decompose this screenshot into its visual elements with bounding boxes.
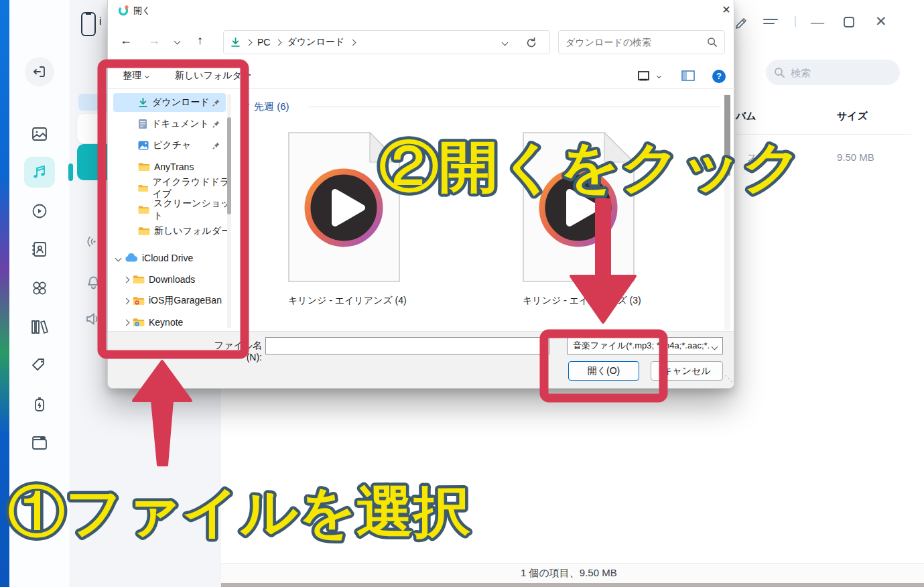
active-tab-indicator (68, 164, 73, 181)
filename-input[interactable] (265, 337, 549, 354)
sidebar-item-music[interactable] (24, 157, 55, 188)
new-folder-label: 新しいフォルダー (175, 70, 251, 82)
cancel-button[interactable]: キャンセル (651, 361, 723, 381)
minimize-button[interactable]: — (811, 15, 824, 30)
tree-item-pictures[interactable]: ピクチャ (113, 136, 235, 155)
breadcrumb-downloads[interactable]: ダウンロード (287, 36, 344, 48)
tree-label: Keynote (149, 317, 183, 328)
refresh-icon[interactable] (525, 37, 537, 49)
preview-pane-icon[interactable] (681, 70, 695, 81)
tree-item-garageband[interactable]: iOS用GarageBan (113, 291, 235, 310)
sidebar-item-contacts[interactable] (30, 240, 49, 259)
downloads-location-icon (230, 38, 241, 48)
table-divider (736, 134, 911, 135)
view-dropdown-chevron[interactable] (657, 74, 661, 78)
folder-icon (138, 205, 149, 214)
app-search-input[interactable] (791, 67, 884, 78)
search-icon (707, 37, 718, 48)
dialog-search[interactable] (558, 30, 725, 54)
open-file-dialog: 開く ✕ ← → ↑ PC ダウンロード 整理 新しいフォルダー (107, 0, 734, 389)
tree-label: アイクラウドドライブ (153, 176, 235, 200)
crumb-sep-icon (246, 39, 253, 46)
files-scrollbar-thumb[interactable] (724, 95, 730, 176)
app-search[interactable] (766, 60, 900, 85)
search-icon (774, 67, 785, 78)
tree-item-downloads-en[interactable]: Downloads (113, 270, 235, 289)
tag-icon (30, 356, 49, 375)
file-tile-1[interactable] (288, 132, 400, 282)
pin-icon (212, 99, 220, 107)
sidebar-item-battery[interactable] (30, 395, 49, 415)
disconnect-device-button[interactable] (25, 57, 54, 86)
dialog-app-icon (118, 5, 129, 16)
chevron-down-icon (712, 344, 718, 350)
sidebar-item-tags[interactable] (30, 356, 49, 375)
app-close-button[interactable]: ✕ (875, 13, 887, 29)
pin-icon (212, 120, 220, 129)
group-collapse-chevron[interactable] (243, 101, 250, 108)
window-bottom-edge (221, 583, 924, 587)
folder-badge-icon (133, 296, 145, 306)
sidebar-item-files[interactable] (30, 434, 49, 452)
group-divider (309, 107, 721, 107)
maximize-button[interactable] (843, 16, 855, 28)
file-name-2[interactable]: キリンジ - エイリアンズ (3) (523, 295, 635, 307)
resize-grip[interactable]: ⋱ (724, 373, 733, 383)
chevron-right-icon[interactable] (123, 276, 130, 283)
help-button[interactable]: ? (712, 70, 726, 83)
chevron-down-icon[interactable] (115, 255, 122, 261)
filename-label: ファイル名(N): (208, 340, 262, 363)
tree-item-new-folder[interactable]: 新しいフォルダー (113, 222, 235, 241)
file-name-1[interactable]: キリンジ - エイリアンズ (4) (288, 295, 400, 307)
document-icon (138, 119, 147, 129)
dialog-close-button[interactable]: ✕ (718, 1, 735, 19)
tree-item-icloud-drive-jp[interactable]: アイクラウドドライブ (113, 179, 235, 198)
back-button[interactable]: ← (120, 34, 132, 48)
organize-button[interactable]: 整理 (123, 70, 149, 82)
sidebar-item-library[interactable] (29, 318, 50, 336)
tree-item-downloads[interactable]: ダウンロード (113, 93, 226, 112)
group-header[interactable]: 先週 (6) (254, 101, 289, 113)
device-name-fragment: i (99, 15, 102, 27)
tree-label: AnyTrans (154, 161, 194, 172)
dialog-nav: ← → ↑ PC ダウンロード (108, 29, 735, 55)
breadcrumb-pc[interactable]: PC (257, 37, 270, 48)
tree-item-keynote[interactable]: Keynote (113, 313, 235, 332)
column-header-album[interactable]: バム (736, 110, 756, 123)
desktop-wallpaper-strip (0, 0, 9, 587)
chevron-right-icon[interactable] (123, 298, 130, 304)
tree-item-anytrans[interactable]: AnyTrans (113, 157, 235, 176)
audio-file-icon (523, 132, 635, 282)
new-folder-button[interactable]: 新しいフォルダー (175, 70, 251, 82)
dialog-footer: ファイル名(N): 音楽ファイル(*.mp3; *.m4a;*.aac;*. 開… (108, 331, 734, 388)
tree-item-documents[interactable]: ドキュメント (113, 115, 235, 133)
chevron-right-icon[interactable] (123, 319, 130, 326)
breadcrumb[interactable]: PC ダウンロード (223, 30, 550, 54)
sidebar-item-videos[interactable] (30, 202, 49, 220)
sidebar-item-photos[interactable] (30, 125, 49, 143)
filetype-select[interactable]: 音楽ファイル(*.mp3; *.m4a;*.aac;*. (567, 337, 723, 354)
tree-label: iCloud Drive (142, 253, 193, 263)
photos-icon (30, 125, 49, 143)
tree-item-icloud-drive[interactable]: iCloud Drive (113, 249, 235, 267)
sidebar-item-apps[interactable] (30, 279, 49, 298)
tree-label: ドキュメント (151, 118, 209, 130)
column-header-size[interactable]: サイズ (837, 110, 868, 123)
menu-icon[interactable] (763, 18, 779, 29)
up-button[interactable]: ↑ (197, 34, 203, 48)
topbar-divider (795, 16, 796, 27)
address-dropdown-chevron[interactable] (502, 40, 509, 46)
tree-scrollbar-thumb[interactable] (227, 117, 231, 214)
edit-pencil-icon[interactable] (734, 16, 748, 31)
forward-button[interactable]: → (148, 34, 160, 48)
cloud-icon (125, 253, 138, 263)
file-tile-2[interactable] (523, 132, 635, 282)
tree-item-screenshots[interactable]: スクリーンショット (113, 200, 235, 219)
dialog-search-input[interactable] (566, 37, 707, 48)
video-icon (30, 202, 49, 220)
view-mode-icon[interactable] (637, 70, 650, 82)
open-button[interactable]: 開く(O) (568, 361, 639, 381)
apps-icon (30, 279, 49, 298)
contacts-icon (30, 240, 49, 259)
recent-locations-chevron[interactable] (174, 38, 181, 45)
